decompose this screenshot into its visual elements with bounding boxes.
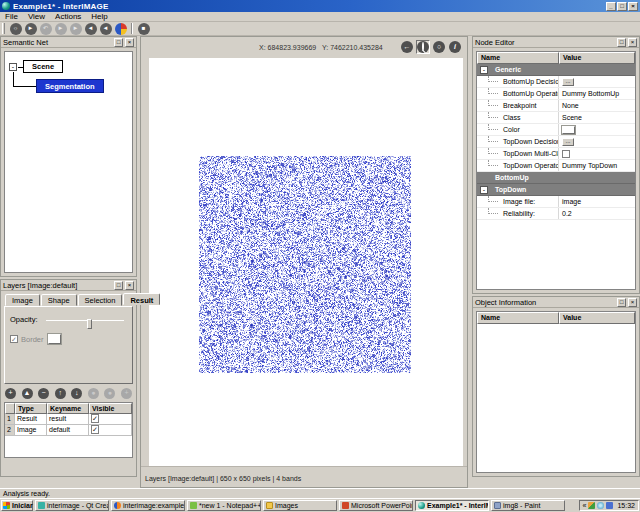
tab-shape[interactable]: Shape bbox=[41, 294, 77, 306]
run-icon[interactable]: ► bbox=[25, 23, 37, 35]
property-row[interactable]: BottomUp Decision Rule ... bbox=[477, 76, 635, 88]
property-value: Dummy TopDown bbox=[559, 160, 635, 171]
property-row[interactable]: TopDown Operator Dummy TopDown bbox=[477, 160, 635, 172]
task-powerpoint[interactable]: Microsoft PowerPoint - ... bbox=[339, 500, 413, 511]
minimize-button[interactable]: _ bbox=[606, 2, 616, 11]
segmentation-image[interactable] bbox=[199, 156, 411, 373]
tree-node-segmentation[interactable]: Segmentation bbox=[36, 79, 104, 93]
edit-rule-button[interactable]: ... bbox=[562, 138, 574, 146]
move-down-icon[interactable]: ↓ bbox=[71, 388, 82, 399]
float-panel-icon[interactable]: □ bbox=[617, 298, 626, 307]
layer-option-icon[interactable]: ● bbox=[88, 388, 99, 399]
expander-icon[interactable]: - bbox=[480, 186, 488, 194]
property-value: Scene bbox=[559, 112, 635, 123]
group-row-topdown[interactable]: -TopDown bbox=[477, 184, 635, 196]
fit-view-button[interactable]: ○ bbox=[432, 40, 446, 54]
float-panel-icon[interactable]: □ bbox=[114, 281, 123, 290]
property-row[interactable]: TopDown Multi-Class bbox=[477, 148, 635, 160]
task-firefox[interactable]: interimage:examples:e... bbox=[111, 500, 185, 511]
undo-icon[interactable]: ↶ bbox=[40, 23, 52, 35]
property-row[interactable]: Color bbox=[477, 124, 635, 136]
menu-file[interactable]: File bbox=[0, 12, 23, 22]
col-value: Value bbox=[559, 312, 635, 324]
tray-chevron-icon[interactable]: « bbox=[583, 502, 587, 509]
menu-view[interactable]: View bbox=[23, 12, 50, 22]
start-label: Iniciar bbox=[12, 502, 33, 509]
step-forward-icon[interactable]: ► bbox=[70, 23, 82, 35]
close-panel-icon[interactable]: × bbox=[125, 281, 134, 290]
step-back-icon[interactable]: ◄ bbox=[100, 23, 112, 35]
tree-node-scene[interactable]: Scene bbox=[23, 60, 63, 73]
powerpoint-icon bbox=[342, 502, 349, 509]
image-canvas-area[interactable] bbox=[149, 58, 463, 467]
tab-result[interactable]: Result bbox=[123, 293, 160, 305]
property-row[interactable]: Image file: image bbox=[477, 196, 635, 208]
group-row-bottomup[interactable]: BottomUp bbox=[477, 172, 635, 184]
tray-app-icon[interactable] bbox=[606, 502, 613, 509]
layer-option-icon[interactable]: + bbox=[121, 388, 132, 399]
remove-layer-icon[interactable]: − bbox=[38, 388, 49, 399]
semantic-net-header: Semantic Net □ × bbox=[1, 37, 136, 48]
border-checkbox[interactable] bbox=[10, 335, 18, 343]
node-editor-title: Node Editor bbox=[475, 38, 615, 47]
tab-image[interactable]: Image bbox=[5, 294, 40, 306]
back-arrow-icon: ← bbox=[401, 41, 413, 53]
menu-actions[interactable]: Actions bbox=[50, 12, 86, 22]
toolbar-handle[interactable] bbox=[2, 23, 5, 34]
object-info-table-header: Name Value bbox=[477, 312, 635, 324]
visible-checkbox[interactable] bbox=[91, 425, 99, 434]
group-row-generic[interactable]: -Generic bbox=[477, 64, 635, 76]
opacity-slider[interactable] bbox=[46, 320, 124, 321]
raise-layer-icon[interactable]: ▲ bbox=[22, 388, 33, 399]
task-notepad[interactable]: *new 1 - Notepad++ bbox=[187, 500, 261, 511]
task-qt-creator[interactable]: interimage - Qt Creator bbox=[35, 500, 109, 511]
tab-selection[interactable]: Selection bbox=[78, 294, 123, 306]
close-panel-icon[interactable]: × bbox=[125, 38, 134, 47]
tray-app-icon[interactable] bbox=[597, 502, 604, 509]
property-row[interactable]: Breakpoint None bbox=[477, 100, 635, 112]
table-row[interactable]: 2 Image default bbox=[5, 425, 132, 436]
info-button[interactable]: i bbox=[448, 40, 462, 54]
globe-icon[interactable] bbox=[115, 23, 127, 35]
property-row[interactable]: TopDown Decision Rule ... bbox=[477, 136, 635, 148]
semantic-net-title: Semantic Net bbox=[3, 38, 112, 47]
close-panel-icon[interactable]: × bbox=[628, 38, 637, 47]
zoom-back-button[interactable]: ← bbox=[400, 40, 414, 54]
visible-checkbox[interactable] bbox=[91, 414, 99, 423]
start-button[interactable]: Iniciar bbox=[1, 500, 33, 511]
layer-action-buttons: + ▲ − ↑ ↓ ● ● + bbox=[5, 388, 132, 400]
opacity-label: Opacity: bbox=[10, 315, 38, 324]
tree-expander-icon[interactable]: - bbox=[9, 63, 17, 71]
back-icon[interactable]: ◄ bbox=[85, 23, 97, 35]
property-row[interactable]: Class Scene bbox=[477, 112, 635, 124]
expander-icon[interactable]: - bbox=[480, 66, 488, 74]
add-layer-icon[interactable]: + bbox=[5, 388, 16, 399]
border-color-swatch[interactable] bbox=[48, 334, 61, 344]
play-icon[interactable]: ► bbox=[55, 23, 67, 35]
color-swatch[interactable] bbox=[562, 126, 575, 134]
opacity-slider-handle[interactable] bbox=[87, 319, 92, 329]
menu-help[interactable]: Help bbox=[86, 12, 112, 22]
task-images-folder[interactable]: Images bbox=[263, 500, 337, 511]
table-row[interactable]: 1 Result result bbox=[5, 414, 132, 425]
property-row[interactable]: Reliability: 0.2 bbox=[477, 208, 635, 220]
layer-option-icon[interactable]: ● bbox=[104, 388, 115, 399]
float-panel-icon[interactable]: □ bbox=[114, 38, 123, 47]
close-button[interactable]: × bbox=[628, 2, 638, 11]
edit-rule-button[interactable]: ... bbox=[562, 78, 574, 86]
settings-icon[interactable]: ☼ bbox=[10, 23, 22, 35]
property-row[interactable]: BottomUp Operator Dummy BottomUp bbox=[477, 88, 635, 100]
task-interimage[interactable]: Example1* - InterIM... bbox=[415, 500, 489, 511]
snapshot-icon[interactable]: ■ bbox=[138, 23, 150, 35]
col-keyname: Keyname bbox=[47, 403, 89, 414]
col-type: Type bbox=[15, 403, 47, 414]
task-paint[interactable]: img8 - Paint bbox=[491, 500, 565, 511]
float-panel-icon[interactable]: □ bbox=[617, 38, 626, 47]
layer-type: Image bbox=[15, 425, 47, 436]
multi-class-checkbox[interactable] bbox=[562, 150, 570, 158]
zoom-tool-button[interactable] bbox=[416, 40, 430, 54]
move-up-icon[interactable]: ↑ bbox=[55, 388, 66, 399]
tray-app-icon[interactable] bbox=[588, 502, 595, 509]
close-panel-icon[interactable]: × bbox=[628, 298, 637, 307]
restore-button[interactable]: □ bbox=[617, 2, 627, 11]
